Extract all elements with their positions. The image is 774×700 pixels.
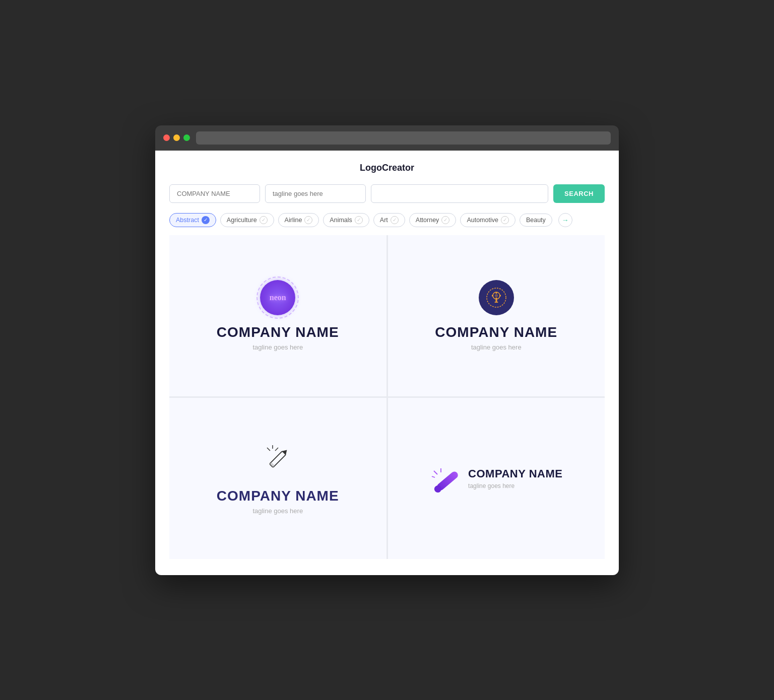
- svg-marker-10: [282, 448, 289, 455]
- check-icon-abstract: ✓: [202, 216, 210, 224]
- svg-rect-7: [494, 302, 498, 303]
- filter-abstract-label: Abstract: [176, 217, 199, 224]
- svg-rect-3: [495, 298, 497, 299]
- svg-rect-4: [492, 295, 493, 297]
- category-filters: Abstract ✓ Agriculture ✓ Airline ✓ Anima…: [169, 213, 605, 227]
- logo-3-icon: [260, 442, 295, 479]
- logo-1-company: COMPANY NAME: [217, 324, 339, 340]
- logo-grid: neon COMPANY NAME tagline goes here: [169, 235, 605, 559]
- filter-attorney-label: Attorney: [416, 217, 439, 224]
- browser-window: LogoCreator SEARCH Abstract ✓ Agricultur…: [155, 125, 619, 575]
- logo-card-4[interactable]: COMPANY NAME tagline goes here: [388, 398, 605, 559]
- logo-2-company: COMPANY NAME: [435, 324, 557, 340]
- filter-agriculture-label: Agriculture: [227, 217, 257, 224]
- logo-1-tagline: tagline goes here: [252, 343, 303, 351]
- filter-automotive[interactable]: Automotive ✓: [460, 213, 515, 227]
- logo-3-company: COMPANY NAME: [217, 488, 339, 504]
- check-icon-automotive: ✓: [501, 216, 509, 224]
- logo-1-icon: neon: [260, 280, 295, 315]
- svg-line-17: [434, 471, 437, 474]
- search-bar: SEARCH: [169, 184, 605, 203]
- filter-art[interactable]: Art ✓: [373, 213, 405, 227]
- logo-4-text: COMPANY NAME tagline goes here: [468, 467, 562, 489]
- filter-automotive-label: Automotive: [467, 217, 498, 224]
- filter-beauty[interactable]: Beauty: [520, 214, 552, 227]
- filter-attorney[interactable]: Attorney ✓: [409, 213, 457, 227]
- check-icon-animals: ✓: [355, 216, 363, 224]
- app-content: LogoCreator SEARCH Abstract ✓ Agricultur…: [155, 151, 619, 575]
- check-icon-agriculture: ✓: [260, 216, 268, 224]
- logo-4-company: COMPANY NAME: [468, 467, 562, 480]
- company-name-input[interactable]: [169, 184, 260, 203]
- check-icon-airline: ✓: [304, 216, 312, 224]
- svg-rect-6: [495, 299, 497, 302]
- logo-3-tagline: tagline goes here: [252, 507, 303, 515]
- filter-art-label: Art: [380, 217, 388, 224]
- filter-animals-label: Animals: [330, 217, 352, 224]
- tagline-input[interactable]: [265, 184, 366, 203]
- check-icon-art: ✓: [391, 216, 399, 224]
- minimize-button[interactable]: [173, 134, 180, 141]
- filter-agriculture[interactable]: Agriculture ✓: [220, 213, 274, 227]
- svg-point-8: [495, 294, 498, 297]
- svg-rect-2: [495, 292, 497, 294]
- logo-2-tagline: tagline goes here: [471, 343, 522, 351]
- logo-card-3[interactable]: COMPANY NAME tagline goes here: [169, 398, 386, 559]
- filter-airline-label: Airline: [285, 217, 302, 224]
- filter-next-button[interactable]: →: [558, 213, 572, 227]
- svg-rect-5: [499, 295, 501, 297]
- search-button[interactable]: SEARCH: [553, 184, 605, 203]
- app-title: LogoCreator: [169, 163, 605, 173]
- traffic-lights: [163, 134, 190, 141]
- filter-abstract[interactable]: Abstract ✓: [169, 213, 216, 227]
- filter-animals[interactable]: Animals ✓: [323, 213, 369, 227]
- check-icon-attorney: ✓: [441, 216, 449, 224]
- maximize-button[interactable]: [183, 134, 190, 141]
- filter-airline[interactable]: Airline ✓: [278, 213, 319, 227]
- logo-card-1[interactable]: neon COMPANY NAME tagline goes here: [169, 235, 386, 396]
- logo-card-2[interactable]: COMPANY NAME tagline goes here: [388, 235, 605, 396]
- svg-line-14: [275, 448, 278, 451]
- logo-4-tagline: tagline goes here: [468, 482, 562, 489]
- address-bar[interactable]: [196, 131, 611, 145]
- logo-2-icon: [479, 280, 514, 315]
- close-button[interactable]: [163, 134, 170, 141]
- svg-line-19: [432, 476, 435, 477]
- logo-4-icon: [430, 463, 460, 494]
- keyword-input[interactable]: [371, 184, 548, 203]
- browser-chrome: [155, 125, 619, 151]
- filter-beauty-label: Beauty: [526, 217, 546, 224]
- svg-line-12: [267, 448, 270, 451]
